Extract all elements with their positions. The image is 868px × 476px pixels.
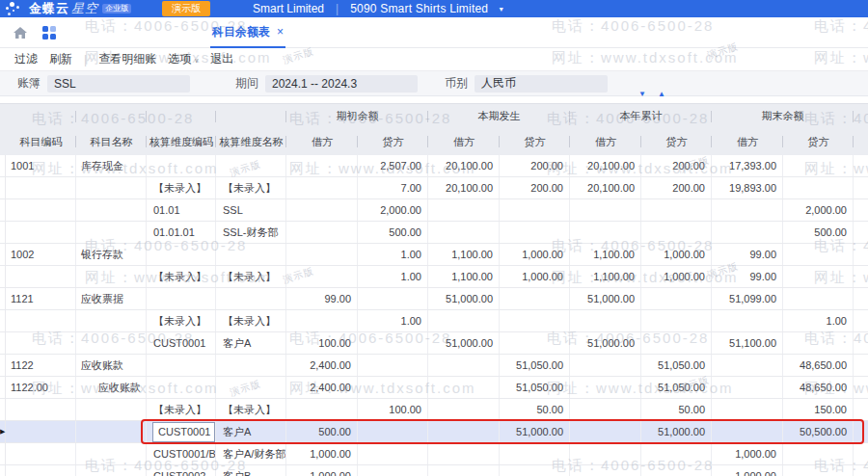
cell[interactable]: 200.00 — [500, 155, 570, 176]
cell[interactable]: 51,000.00 — [641, 421, 712, 442]
cell[interactable] — [500, 199, 570, 221]
cell[interactable] — [570, 310, 641, 331]
cell[interactable]: 库存现金 — [76, 155, 147, 176]
cell[interactable] — [783, 155, 854, 176]
table-row[interactable]: 1122应收账款2,400.0051,050.0051,050.0048,650… — [0, 355, 868, 377]
cell[interactable] — [286, 244, 358, 265]
cell[interactable]: 51,050.00 — [641, 355, 712, 376]
cell[interactable] — [500, 288, 570, 309]
cell[interactable] — [641, 199, 712, 221]
org-dropdown-icon[interactable]: ▼ — [498, 6, 504, 13]
cell[interactable] — [712, 377, 783, 398]
tab-close-icon[interactable]: × — [277, 25, 284, 39]
col-debit[interactable]: 借方 — [712, 128, 783, 155]
cell[interactable]: 【未录入】 — [147, 310, 216, 331]
col-credit[interactable]: 贷方 — [500, 128, 570, 155]
cell[interactable]: 【未录入】 — [216, 310, 286, 331]
cell[interactable] — [76, 443, 147, 464]
cell[interactable]: 1,000.00 — [286, 465, 358, 476]
cell[interactable] — [216, 288, 286, 309]
cell[interactable]: 1121 — [6, 288, 76, 309]
col-debit[interactable]: 借方 — [428, 128, 500, 155]
cell[interactable]: 银行存款 — [76, 244, 147, 265]
cell[interactable]: 01.01 — [147, 199, 216, 221]
cell[interactable] — [570, 222, 641, 243]
table-row[interactable]: 【未录入】【未录入】7.0020,100.00200.0020,100.0020… — [0, 177, 868, 199]
cell[interactable] — [641, 288, 712, 309]
cell[interactable]: 51,050.00 — [500, 377, 570, 398]
cell[interactable] — [500, 310, 570, 331]
table-row[interactable]: ▶CUST0001客户A500.0051,000.0051,000.0050,5… — [0, 421, 868, 443]
cell[interactable] — [358, 288, 428, 309]
cell[interactable]: 【未录入】 — [216, 266, 286, 287]
group-ytd[interactable]: 本年累计 — [570, 104, 712, 128]
cell[interactable] — [6, 465, 76, 476]
cell[interactable]: 【未录入】 — [147, 177, 216, 198]
cell[interactable] — [783, 266, 854, 287]
cell[interactable] — [783, 177, 854, 198]
table-row[interactable]: 1002银行存款1.001,100.001,000.001,100.001,00… — [0, 244, 868, 266]
col-credit[interactable]: 贷方 — [783, 128, 854, 155]
cell[interactable] — [570, 355, 641, 376]
cell[interactable]: 01.01.01 — [147, 222, 216, 243]
col-account-name[interactable]: 科目名称 — [76, 128, 147, 155]
cell[interactable] — [641, 332, 712, 354]
cell[interactable] — [358, 332, 428, 354]
cell[interactable] — [286, 399, 358, 420]
cell[interactable] — [147, 155, 216, 176]
cell[interactable]: 99.00 — [286, 288, 358, 309]
cell[interactable]: 1,000.00 — [500, 266, 570, 287]
cell[interactable]: 2,000.00 — [358, 199, 428, 221]
cell[interactable]: 客户A/财务部 — [216, 443, 286, 464]
cell[interactable] — [6, 266, 76, 287]
col-dimension-code[interactable]: 核算维度编码 — [147, 128, 216, 155]
cell[interactable]: 1,000.00 — [641, 266, 712, 287]
cell[interactable]: 51,000.00 — [570, 332, 641, 354]
cell[interactable] — [147, 244, 216, 265]
cell[interactable]: CUST0001/BM00 — [147, 443, 216, 464]
cell[interactable] — [76, 310, 147, 331]
cell[interactable] — [428, 421, 500, 442]
cell[interactable]: 2,000.00 — [783, 199, 854, 221]
currency-field[interactable]: 人民币 — [475, 75, 608, 93]
table-row[interactable]: CUST0001/BM00客户A/财务部1,000.001,000.00 — [0, 443, 868, 465]
filter-button[interactable]: 过滤 — [9, 51, 43, 67]
cell[interactable]: CUST0001 — [147, 421, 216, 442]
table-row[interactable]: 【未录入】【未录入】1.001,100.001,000.001,100.001,… — [0, 266, 868, 288]
cell[interactable]: 应收账款 — [76, 355, 147, 376]
cell[interactable] — [428, 377, 500, 398]
cell[interactable] — [712, 222, 783, 243]
cell[interactable]: 51,000.00 — [428, 288, 500, 309]
cell[interactable]: 应收票据 — [76, 288, 147, 309]
cell[interactable]: 1,000.00 — [286, 443, 358, 464]
cell[interactable]: 51,000.00 — [428, 332, 500, 354]
cell[interactable]: 2,400.00 — [286, 355, 358, 376]
cell[interactable] — [147, 288, 216, 309]
cell[interactable] — [783, 288, 854, 309]
cell[interactable]: 1122 — [6, 355, 76, 376]
panel-collapse-arrows[interactable]: ▼▲ — [638, 90, 677, 98]
workbench-grid-icon[interactable] — [42, 26, 56, 40]
cell[interactable] — [147, 355, 216, 376]
cell[interactable] — [76, 465, 147, 476]
table-row[interactable]: 01.01SSL2,000.002,000.00 — [0, 199, 868, 222]
cell[interactable]: 【未录入】 — [147, 266, 216, 287]
cell[interactable] — [286, 177, 358, 198]
cell[interactable]: 1,100.00 — [570, 244, 641, 265]
table-row[interactable]: CUST0002客户B1,000.001,000.00 — [0, 465, 868, 476]
table-row[interactable]: 01.01.01SSL-财务部500.00500.00 — [0, 222, 868, 244]
cell[interactable]: 99.00 — [712, 266, 783, 287]
cell[interactable] — [286, 266, 358, 287]
exit-button[interactable]: 退出 — [204, 51, 239, 67]
cell[interactable]: 1.00 — [358, 310, 428, 331]
cell[interactable] — [428, 199, 500, 221]
cell[interactable]: 20,100.00 — [570, 155, 641, 176]
cell[interactable]: 51,000.00 — [500, 421, 570, 442]
cell[interactable]: 1,100.00 — [428, 266, 500, 287]
cell[interactable] — [76, 222, 147, 243]
cell[interactable] — [500, 332, 570, 354]
cell[interactable]: SSL-财务部 — [216, 222, 286, 243]
cell[interactable]: 1,000.00 — [712, 443, 783, 464]
cell[interactable]: 50.00 — [500, 399, 570, 420]
cell[interactable] — [6, 177, 76, 198]
